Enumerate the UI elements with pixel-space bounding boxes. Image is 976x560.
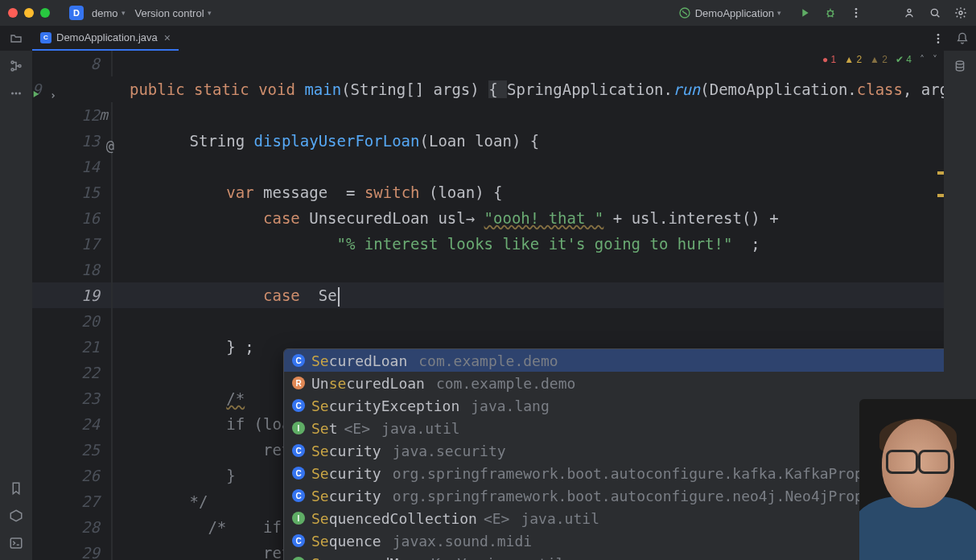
line-number: 21 xyxy=(32,334,111,360)
completion-package: javax.sound.midi xyxy=(393,533,532,550)
zoom-window-button[interactable] xyxy=(40,8,50,18)
bookmark-tool-icon[interactable] xyxy=(6,478,27,499)
svg-marker-17 xyxy=(10,510,22,521)
line-number: 17 xyxy=(32,231,111,257)
svg-point-16 xyxy=(19,93,21,95)
project-badge-icon: D xyxy=(69,6,84,20)
completion-package: java.security xyxy=(393,443,506,459)
svg-rect-18 xyxy=(10,538,22,548)
left-toolbar xyxy=(0,51,32,560)
completion-package: java.lang xyxy=(471,397,550,414)
completion-name: SecuredLoan xyxy=(311,352,407,369)
spring-run-icon xyxy=(677,6,692,20)
current-line: 19 case Se xyxy=(32,282,944,308)
code-with-me-icon[interactable] xyxy=(902,6,916,20)
type-badge-icon: C xyxy=(292,399,305,412)
completion-name: Security xyxy=(311,488,381,504)
search-icon[interactable] xyxy=(928,6,942,20)
tab-more-menu[interactable] xyxy=(931,31,945,46)
svg-point-15 xyxy=(15,93,18,95)
type-badge-icon: C xyxy=(292,534,305,547)
webcam-overlay xyxy=(859,399,976,560)
type-badge-icon: I xyxy=(292,557,305,560)
generic-params: <E> xyxy=(484,510,510,527)
svg-point-11 xyxy=(11,61,14,64)
type-badge-icon: C xyxy=(292,444,305,457)
close-tab-icon[interactable]: × xyxy=(164,31,171,44)
svg-point-14 xyxy=(11,93,14,95)
type-badge-icon: R xyxy=(292,377,305,389)
run-config-selector[interactable]: DemoApplication ▾ xyxy=(673,2,786,23)
line-number: 26 xyxy=(32,463,111,488)
minimize-window-button[interactable] xyxy=(24,8,34,18)
run-config-name: DemoApplication xyxy=(695,7,774,19)
vcs-menu[interactable]: Version control ▾ xyxy=(130,4,216,23)
autocomplete-item[interactable]: ISet<E>java.util xyxy=(284,417,944,439)
completion-name: SequencedCollection xyxy=(311,510,477,527)
completion-package: java.util xyxy=(486,555,565,561)
tab-demoapplication[interactable]: C DemoApplication.java × xyxy=(32,27,179,51)
type-badge-icon: I xyxy=(292,512,305,525)
line-number: 22 xyxy=(32,360,111,385)
chevron-down-icon: ▾ xyxy=(777,9,781,17)
text-cursor xyxy=(338,287,340,307)
project-selector[interactable]: D demo ▾ xyxy=(64,2,130,23)
chevron-down-icon: ▾ xyxy=(208,9,212,17)
type-badge-icon: C xyxy=(292,467,305,480)
services-tool-icon[interactable] xyxy=(6,505,27,526)
line-number: 25 xyxy=(32,437,111,463)
code-editor[interactable]: ● 1 ▲ 2 ▲ 2 ✔ 4 ˄ ˅ 8 9 xyxy=(32,51,944,560)
run-button[interactable] xyxy=(797,6,812,20)
block-hint: m xyxy=(99,102,108,128)
completion-package: org.springframework.boot.autoconfigure.n… xyxy=(393,488,916,504)
debug-button[interactable] xyxy=(823,6,838,20)
svg-point-8 xyxy=(937,34,940,36)
more-tool-icon[interactable] xyxy=(6,83,27,104)
close-window-button[interactable] xyxy=(8,8,18,18)
autocomplete-item[interactable]: RUnsecuredLoancom.example.demo xyxy=(284,372,944,394)
notifications-icon[interactable] xyxy=(955,31,970,46)
line-number: 16 xyxy=(32,205,111,231)
svg-point-4 xyxy=(855,15,858,18)
svg-point-3 xyxy=(855,12,858,14)
type-badge-icon: I xyxy=(292,422,305,434)
project-name: demo xyxy=(92,7,118,19)
autocomplete-item[interactable]: CSecurityorg.springframework.boot.autoco… xyxy=(284,462,944,484)
line-number: 13 @ xyxy=(32,128,111,154)
completion-package: java.util xyxy=(521,510,599,527)
autocomplete-item[interactable]: CSecurityorg.springframework.boot.autoco… xyxy=(284,484,944,507)
autocomplete-item[interactable]: ISequencedCollection<E>java.util xyxy=(284,507,944,529)
completion-package: org.springframework.boot.autoconfigure.k… xyxy=(393,465,916,482)
autocomplete-popup[interactable]: CSecuredLoancom.example.demoRUnsecuredLo… xyxy=(283,348,944,560)
svg-point-10 xyxy=(937,41,940,43)
structure-tool-icon[interactable] xyxy=(6,56,27,76)
generic-params: <E> xyxy=(344,420,371,437)
autocomplete-item[interactable]: CSecuredLoancom.example.demo xyxy=(284,349,944,372)
database-tool-icon[interactable] xyxy=(949,56,970,76)
line-number: 27 xyxy=(32,488,111,514)
type-badge-icon: C xyxy=(292,489,305,502)
svg-point-9 xyxy=(937,37,940,39)
project-tool-toggle[interactable] xyxy=(0,27,32,51)
line-number: 15 xyxy=(32,179,111,205)
settings-icon[interactable] xyxy=(953,6,968,20)
line-number: 28 xyxy=(32,514,111,540)
terminal-tool-icon[interactable] xyxy=(6,533,27,554)
line-number: 18 xyxy=(32,257,111,282)
generic-params: <K, V> xyxy=(422,555,475,561)
completion-name: SequencedMap xyxy=(311,555,416,561)
java-class-icon: C xyxy=(40,32,51,43)
svg-point-13 xyxy=(19,65,21,68)
titlebar: D demo ▾ Version control ▾ DemoApplicati… xyxy=(0,0,976,27)
autocomplete-item[interactable]: CSecurityjava.security xyxy=(284,439,944,462)
ide-window: D demo ▾ Version control ▾ DemoApplicati… xyxy=(0,0,976,560)
completion-package: java.util xyxy=(381,420,460,437)
more-menu[interactable] xyxy=(849,6,863,20)
autocomplete-item[interactable]: CSequencejavax.sound.midi xyxy=(284,529,944,552)
line-number: 20 xyxy=(32,308,111,334)
svg-point-2 xyxy=(855,8,858,10)
completion-name: Sequence xyxy=(311,533,381,550)
window-controls xyxy=(8,8,50,18)
autocomplete-item[interactable]: ISequencedMap<K, V>java.util xyxy=(284,552,944,560)
autocomplete-item[interactable]: CSecurityExceptionjava.lang xyxy=(284,394,944,417)
